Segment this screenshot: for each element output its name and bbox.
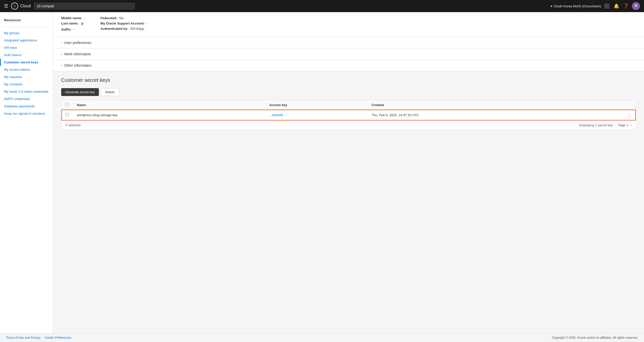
sidebar-item-database-passwords[interactable]: Database passwords: [0, 103, 53, 110]
logo-icon: ○: [11, 3, 18, 10]
sidebar-item-api-keys[interactable]: API keys: [0, 44, 53, 51]
csk-toolbar: Generate secret key Delete: [61, 88, 636, 96]
federated-label: Federated:: [100, 16, 117, 20]
main-content: Middle name: - Last name: 윤 Suffix: - Fe…: [53, 12, 644, 333]
copyright-text: Copyright © 2025, Oracle and/or its affi…: [552, 336, 638, 339]
pagination: Displaying 1 secret key ‹ Page 1 ›: [579, 123, 632, 127]
work-information-label: Work information: [64, 52, 91, 56]
oracle-support-label: My Oracle Support Account:: [100, 21, 145, 25]
cookie-preferences-link[interactable]: Cookie Preferences: [45, 336, 71, 339]
created-column-header: Created: [368, 100, 586, 110]
select-all-checkbox[interactable]: [65, 103, 69, 106]
left-info: Middle name: - Last name: 윤 Suffix: -: [61, 16, 85, 33]
last-name-value: 윤: [81, 21, 84, 26]
select-all-header: [61, 100, 73, 110]
generate-secret-key-button[interactable]: Generate secret key: [61, 88, 99, 96]
app-name: Cloud: [20, 4, 31, 8]
row-created: Thu, Feb 6, 2025, 14:37:15 UTC: [368, 110, 586, 120]
federated-row: Federated: No: [100, 16, 148, 20]
sidebar-section-title: Resources: [0, 16, 53, 24]
main-layout: Resources My groups Integrated applicati…: [0, 12, 644, 333]
user-preferences-label: User preferences: [64, 41, 91, 45]
sidebar-item-my-consents[interactable]: My consents: [0, 81, 53, 88]
row-access-key: ...d1b409: [265, 110, 368, 120]
sidebar: Resources My groups Integrated applicati…: [0, 12, 53, 333]
suffix-row: Suffix: -: [61, 28, 85, 31]
search-input[interactable]: [34, 3, 135, 10]
chevron-right-icon: ›: [61, 41, 62, 44]
authenticated-value: IDCSApp: [130, 27, 144, 31]
csk-table-wrapper: Name Access key Created wordpress-blog-s…: [61, 100, 636, 130]
footer-links: Terms of Use and Privacy Cookie Preferen…: [6, 336, 71, 339]
right-info: Federated: No My Oracle Support Account:…: [100, 16, 148, 33]
last-name-row: Last name: 윤: [61, 21, 85, 26]
last-name-label: Last name:: [61, 21, 79, 26]
region-arrow: ▾: [551, 4, 552, 8]
row-name: wordpress-blog-storage-key: [73, 110, 265, 120]
actions-column-header: [586, 100, 636, 110]
sidebar-item-customer-secret-keys[interactable]: Customer secret keys: [0, 59, 53, 66]
middle-name-label: Middle name:: [61, 16, 82, 20]
row-checkbox-cell: [61, 110, 73, 120]
customer-secret-keys-section: Customer secret keys Generate secret key…: [53, 71, 644, 136]
user-preferences-section[interactable]: › User preferences: [53, 37, 644, 48]
csk-table-footer: 0 selected Displaying 1 secret key ‹ Pag…: [61, 120, 636, 130]
page-footer: Terms of Use and Privacy Cookie Preferen…: [0, 333, 644, 342]
federated-value: No: [119, 16, 124, 20]
suffix-label: Suffix:: [61, 28, 71, 31]
app-logo: ○ Cloud: [11, 3, 31, 10]
csk-table: Name Access key Created wordpress-blog-s…: [61, 100, 636, 120]
name-column-header: Name: [73, 100, 265, 110]
monitor-icon[interactable]: ⬛: [604, 3, 610, 9]
csk-title: Customer secret keys: [61, 77, 636, 83]
page-label: Page 1: [618, 123, 628, 127]
middle-name-row: Middle name: -: [61, 16, 85, 20]
other-information-section[interactable]: › Other information: [53, 60, 644, 71]
row-action-menu[interactable]: ⋮: [627, 112, 632, 118]
sidebar-item-my-requests[interactable]: My requests: [0, 73, 53, 81]
next-page-button[interactable]: ›: [630, 123, 632, 127]
sidebar-item-my-oauth[interactable]: My oauth 2.0 client credentials: [0, 88, 53, 95]
table-row: wordpress-blog-storage-key ...d1b409 Thu…: [61, 110, 636, 120]
suffix-value: -: [73, 28, 74, 31]
help-icon[interactable]: ❓: [623, 3, 629, 9]
access-key-column-header: Access key: [265, 100, 368, 110]
selected-count: 0 selected: [65, 123, 80, 127]
region-selector[interactable]: ▾ South Korea North (Chuncheon): [551, 4, 601, 8]
nav-icons: ⬛ 🔔 ❓: [604, 3, 629, 9]
sidebar-item-auth-tokens[interactable]: Auth tokens: [0, 51, 53, 59]
hamburger-menu[interactable]: ☰: [4, 3, 8, 9]
user-info-panel: Middle name: - Last name: 윤 Suffix: - Fe…: [53, 12, 644, 37]
row-actions-cell: ⋮: [586, 110, 636, 120]
displaying-label: Displaying 1 secret key: [579, 123, 613, 127]
other-information-label: Other information: [64, 63, 92, 67]
sidebar-item-smtp-credentials[interactable]: SMTP credentials: [0, 95, 53, 103]
sidebar-item-my-groups[interactable]: My groups: [0, 29, 53, 37]
sidebar-item-integrated-applications[interactable]: Integrated applications: [0, 37, 53, 44]
authenticated-row: Authenticated by: IDCSApp: [100, 27, 148, 31]
chevron-right-icon: ›: [61, 64, 62, 67]
access-key-link[interactable]: ...d1b409: [269, 113, 283, 117]
work-information-section[interactable]: › Work information: [53, 48, 644, 60]
top-navigation: ☰ ○ Cloud ▾ South Korea North (Chuncheon…: [0, 0, 644, 12]
oracle-support-value: -: [147, 21, 148, 25]
sidebar-item-keep-signed-in[interactable]: Keep me signed-in sessions: [0, 110, 53, 117]
delete-button[interactable]: Delete: [101, 88, 119, 96]
middle-name-value: -: [84, 16, 85, 20]
region-name: South Korea North (Chuncheon): [554, 4, 601, 8]
oracle-support-row: My Oracle Support Account: -: [100, 21, 148, 25]
authenticated-label: Authenticated by:: [100, 27, 128, 31]
user-avatar[interactable]: 우: [632, 2, 640, 10]
sidebar-divider: [0, 27, 53, 27]
logo-symbol: ○: [13, 4, 16, 8]
row-checkbox[interactable]: [65, 113, 69, 116]
chevron-right-icon: ›: [61, 52, 62, 56]
bell-icon[interactable]: 🔔: [614, 3, 619, 9]
table-header-row: Name Access key Created: [61, 100, 636, 110]
sidebar-item-my-access-tokens[interactable]: My access tokens: [0, 66, 53, 73]
prev-page-button[interactable]: ‹: [615, 123, 616, 127]
terms-link[interactable]: Terms of Use and Privacy: [6, 336, 41, 339]
